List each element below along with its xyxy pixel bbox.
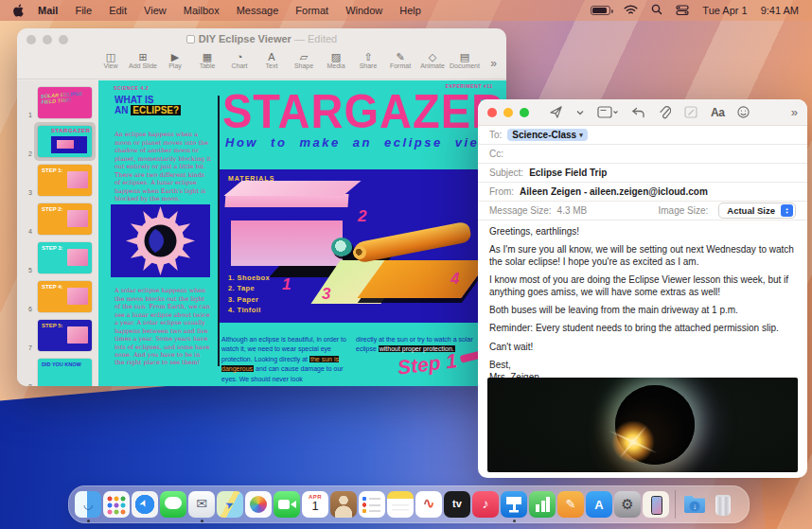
toolbar-chart-button[interactable]: ◔Chart: [223, 51, 256, 69]
dock-safari-icon[interactable]: [132, 491, 158, 518]
eclipse-photo-attachment[interactable]: [487, 378, 798, 472]
menu-view[interactable]: View: [135, 5, 175, 16]
slide-thumbnail-8[interactable]: 8 DID YOU KNOW: [17, 356, 98, 386]
menubar-clock-time[interactable]: 9:41 AM: [761, 5, 799, 16]
dock-freeform-icon[interactable]: [415, 491, 442, 518]
size-row: Message Size: 4.3 MB Image Size: Actual …: [478, 202, 807, 220]
minimize-button[interactable]: [503, 108, 513, 117]
message-size-value: 4.3 MB: [557, 205, 588, 216]
slide-thumbnail-2-selected[interactable]: 2 STARGAZER: [17, 123, 98, 161]
toolbar-animate-button[interactable]: ◇Animate: [416, 51, 449, 69]
dock-apple-tv-icon[interactable]: [444, 491, 470, 518]
token-chevron-icon: ▾: [579, 132, 583, 139]
slide-thumbnail-6[interactable]: 6 STEP 4:: [17, 278, 98, 316]
toolbar-overflow-chevron[interactable]: »: [490, 51, 497, 76]
menu-help[interactable]: Help: [391, 5, 430, 16]
slide-thumbnail-7[interactable]: 7 STEP 5:: [17, 317, 98, 355]
menubar-clock-date[interactable]: Tue Apr 1: [702, 5, 747, 16]
dock-finder-icon[interactable]: [75, 491, 101, 518]
to-recipient-token[interactable]: Science-Class▾: [507, 129, 587, 141]
toolbar-play-button[interactable]: ▶Play: [159, 51, 191, 69]
close-button[interactable]: [487, 108, 497, 117]
menu-file[interactable]: File: [66, 5, 100, 16]
slide-canvas[interactable]: SCIENCE 4.2 EXPERIMENT #11 WHAT IS AN EC…: [98, 80, 506, 386]
slide-thumbnail-5[interactable]: 5 STEP 3:: [17, 239, 98, 277]
animate-icon: ◇: [416, 51, 449, 62]
toolbar-share-button[interactable]: ⇧Share: [352, 51, 384, 69]
from-field[interactable]: From: Aileen Zeigen - aileen.zeigen@iclo…: [478, 183, 807, 202]
dock-notes-icon[interactable]: [387, 491, 414, 518]
dock-iphone-mirroring-icon[interactable]: [643, 491, 669, 518]
send-options-chevron-icon[interactable]: [576, 110, 584, 115]
header-fields-button[interactable]: [597, 106, 618, 118]
dock-launchpad-icon[interactable]: [103, 491, 130, 518]
dock-system-settings-icon[interactable]: [614, 491, 641, 518]
toolbar-view-button[interactable]: ◫View: [95, 51, 127, 69]
format-button[interactable]: Aa: [711, 106, 724, 119]
toolbar-add-slide-button[interactable]: ⊞Add Slide: [127, 51, 159, 69]
dock-reminders-icon[interactable]: [359, 491, 385, 518]
document-proxy-icon: [186, 35, 195, 44]
slide-thumbnail-4[interactable]: 4 STEP 2:: [17, 201, 98, 238]
select-stepper-icon: ▲▼: [781, 204, 793, 217]
keynote-edited-label: — Edited: [294, 33, 337, 44]
zoom-button[interactable]: [520, 108, 529, 117]
dock-music-icon[interactable]: [472, 491, 499, 518]
apple-menu-icon[interactable]: [13, 4, 26, 17]
mail-toolbar-overflow-chevron[interactable]: »: [791, 105, 798, 119]
emoji-button[interactable]: [737, 106, 750, 118]
slide-heading: WHAT IS AN ECLIPSE?: [115, 95, 219, 115]
spotlight-search-icon[interactable]: [651, 4, 662, 17]
mail-toolbar: Aa »: [478, 99, 807, 126]
menu-app-name[interactable]: Mail: [29, 5, 66, 16]
to-field[interactable]: To: Science-Class▾: [478, 126, 807, 145]
menu-bar: Mail File Edit View Mailbox Message Form…: [0, 0, 812, 21]
attach-file-button[interactable]: [659, 106, 671, 119]
eclipse-highlight: ECLIPSE?: [131, 105, 181, 115]
menu-edit[interactable]: Edit: [100, 5, 135, 16]
dock-contacts-icon[interactable]: [330, 491, 357, 518]
dock-trash-icon[interactable]: [710, 491, 736, 518]
mail-compose-window: Aa » To: Science-Class▾ Cc: Subject: Ecl…: [478, 99, 807, 478]
wifi-icon[interactable]: [624, 5, 638, 17]
markup-button[interactable]: [684, 106, 697, 118]
dock-pages-icon[interactable]: [557, 491, 584, 518]
shoebox-illustration: [231, 220, 343, 266]
send-button[interactable]: [549, 105, 563, 119]
control-center-icon[interactable]: [676, 5, 689, 17]
slide-thumbnail-1[interactable]: 1 SOLAR ECLIPSE FIELD TRIP!: [17, 84, 98, 122]
subject-field[interactable]: Subject: Eclipse Field Trip: [478, 164, 807, 183]
dock-mail-icon[interactable]: [188, 491, 215, 518]
body-paragraph: As I'm sure you all know, we will be set…: [489, 244, 796, 268]
battery-icon[interactable]: [591, 6, 610, 15]
toolbar-format-button[interactable]: ✎Format: [384, 51, 416, 69]
dock-maps-icon[interactable]: [217, 491, 243, 518]
message-body[interactable]: Greetings, earthlings! As I'm sure you a…: [478, 220, 807, 383]
toolbar-shape-button[interactable]: ▱Shape: [288, 51, 320, 69]
cc-field[interactable]: Cc:: [478, 145, 807, 164]
menu-format[interactable]: Format: [287, 5, 337, 16]
toolbar-table-button[interactable]: ▦Table: [191, 51, 223, 69]
menu-window[interactable]: Window: [337, 5, 391, 16]
dock-photos-icon[interactable]: [245, 491, 272, 518]
dock-calendar-icon[interactable]: APR 1: [302, 491, 328, 518]
slide-paragraph-2: A solar eclipse happens when the moon bl…: [115, 287, 211, 367]
menu-message[interactable]: Message: [228, 5, 288, 16]
dock-app-store-icon[interactable]: [586, 491, 612, 518]
subject-label: Subject:: [489, 168, 523, 178]
dock-messages-icon[interactable]: [160, 491, 186, 518]
menu-mailbox[interactable]: Mailbox: [175, 5, 228, 16]
toolbar-document-button[interactable]: ▤Document: [449, 51, 481, 69]
reply-indicator-icon[interactable]: [631, 107, 645, 118]
mail-traffic-lights[interactable]: [487, 108, 529, 117]
toolbar-text-button[interactable]: AText: [256, 51, 288, 69]
slide-thumbnail-3[interactable]: 3 STEP 1:: [17, 162, 98, 200]
sun-illustration: [111, 204, 210, 277]
toolbar-media-button[interactable]: ▨Media: [320, 51, 352, 69]
dock-downloads-icon[interactable]: [681, 491, 708, 518]
dock-facetime-icon[interactable]: [274, 491, 300, 518]
keynote-titlebar[interactable]: DIY Eclipse Viewer — Edited: [17, 28, 506, 51]
image-size-select[interactable]: Actual Size ▲▼: [718, 203, 796, 219]
dock-numbers-icon[interactable]: [529, 491, 556, 518]
dock-keynote-icon[interactable]: [501, 491, 527, 518]
